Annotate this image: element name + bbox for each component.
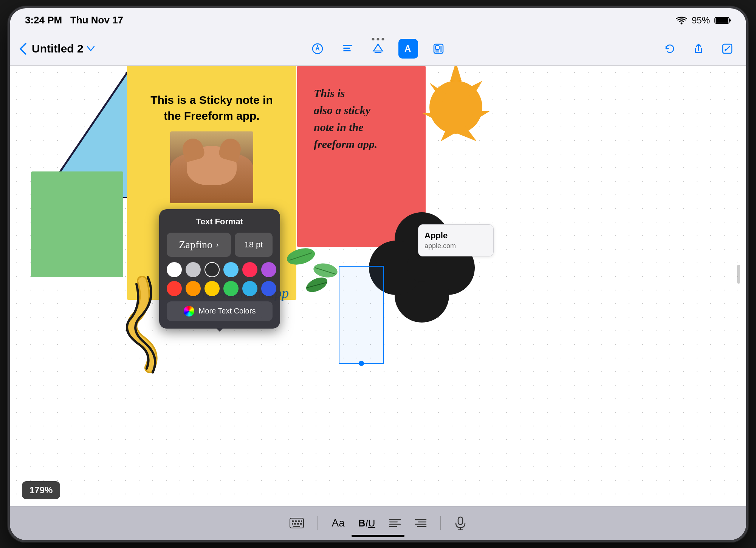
text-tool-button[interactable]: [338, 39, 358, 59]
edit-button[interactable]: [717, 39, 737, 59]
media-icon: [432, 43, 445, 55]
toolbar: Untitled 2: [10, 32, 746, 66]
svg-rect-37: [292, 520, 294, 522]
mic-icon: [454, 516, 466, 530]
color-dark[interactable]: [204, 262, 220, 277]
svg-rect-11: [435, 50, 439, 52]
svg-rect-7: [343, 50, 351, 51]
align-left-icon: [389, 518, 401, 528]
sticky-photo: [170, 131, 253, 203]
color-grid: [167, 262, 273, 296]
font-size-label: Aa: [332, 517, 344, 529]
wifi-icon: [676, 16, 687, 25]
text-format-tool-button[interactable]: A: [398, 39, 418, 59]
color-yellow[interactable]: [204, 281, 220, 296]
status-time: 3:24 PM Thu Nov 17: [25, 14, 123, 26]
align-right-button[interactable]: [415, 518, 427, 528]
pencil-tool-button[interactable]: [308, 39, 327, 59]
svg-rect-12: [440, 46, 442, 52]
shapes-tool-button[interactable]: [368, 39, 388, 59]
svg-rect-44: [300, 523, 302, 525]
leaf-1: [286, 247, 316, 267]
status-right: 95%: [676, 15, 731, 26]
more-colors-label: More Text Colors: [199, 307, 256, 315]
font-size-button[interactable]: 18 pt: [235, 233, 273, 257]
divider-2: [440, 516, 441, 530]
media-tool-button[interactable]: [429, 39, 448, 59]
status-bar: 3:24 PM Thu Nov 17 95%: [10, 8, 746, 32]
battery-level: 95%: [692, 15, 710, 26]
color-light-gray[interactable]: [186, 262, 201, 277]
font-chevron-icon: ›: [216, 240, 219, 249]
svg-rect-38: [295, 520, 297, 522]
color-red[interactable]: [167, 281, 182, 296]
battery-icon: [714, 16, 731, 25]
red-sticky-text: This isalso a stickynote in thefree­form…: [306, 77, 417, 160]
svg-rect-54: [458, 517, 463, 525]
svg-rect-3: [729, 19, 731, 22]
home-indicator: [352, 535, 404, 537]
color-purple[interactable]: [261, 262, 276, 277]
toolbar-center: A: [308, 39, 448, 59]
back-button[interactable]: [19, 42, 27, 56]
sun-element: [418, 66, 494, 156]
svg-line-14: [725, 46, 730, 51]
align-right-icon: [415, 518, 427, 528]
toolbar-right: [660, 39, 737, 59]
keyboard-icon: [290, 518, 304, 528]
share-button[interactable]: [689, 39, 708, 59]
color-indigo[interactable]: [261, 281, 276, 296]
selection-handle[interactable]: [359, 361, 364, 366]
color-blue[interactable]: [242, 281, 257, 296]
text-icon: [342, 43, 354, 55]
svg-rect-41: [292, 523, 293, 525]
svg-rect-40: [301, 520, 302, 522]
font-size-bar-button[interactable]: Aa: [332, 517, 344, 529]
text-format-title: Text Format: [167, 217, 273, 227]
color-green[interactable]: [223, 281, 239, 296]
color-pink[interactable]: [242, 262, 257, 277]
text-format-icon: A: [402, 43, 414, 55]
text-format-popup: Text Format Zapfino › 18 pt: [159, 209, 280, 329]
svg-rect-43: [297, 523, 299, 525]
text-format-font-row: Zapfino › 18 pt: [167, 233, 273, 257]
svg-point-0: [680, 22, 682, 24]
shapes-icon: [372, 43, 384, 55]
share-icon: [692, 43, 705, 55]
color-teal[interactable]: [223, 262, 239, 277]
more-colors-button[interactable]: More Text Colors: [167, 301, 273, 321]
canvas-area[interactable]: This is a Sticky note in the Freeform ap…: [10, 66, 746, 506]
history-icon: [664, 43, 676, 55]
color-white[interactable]: [167, 262, 182, 277]
green-rectangle: [31, 171, 123, 277]
right-scroll-indicator: [737, 265, 740, 284]
biu-label: BIU: [358, 517, 375, 529]
history-button[interactable]: [660, 39, 680, 59]
font-name-label: Zapfino: [179, 239, 212, 251]
svg-rect-10: [435, 46, 439, 49]
edit-icon: [721, 43, 733, 55]
svg-rect-45: [293, 526, 300, 527]
selection-box: [339, 266, 384, 364]
pencil-icon: [311, 43, 324, 55]
color-orange[interactable]: [186, 281, 201, 296]
svg-marker-18: [450, 66, 462, 81]
mic-button[interactable]: [454, 516, 466, 530]
title-chevron-icon: [87, 46, 95, 52]
svg-rect-6: [343, 48, 350, 49]
apple-link-card[interactable]: Apple apple.com: [418, 224, 494, 256]
keyboard-button[interactable]: [290, 518, 304, 528]
align-left-button[interactable]: [389, 518, 401, 528]
rainbow-icon: [184, 306, 194, 316]
svg-text:A: A: [404, 43, 411, 54]
font-picker-button[interactable]: Zapfino ›: [167, 233, 231, 257]
document-title[interactable]: Untitled 2: [32, 42, 95, 55]
svg-rect-5: [343, 45, 352, 46]
apple-card-title: Apple: [424, 231, 487, 241]
svg-rect-2: [716, 18, 728, 23]
bold-italic-underline-button[interactable]: BIU: [358, 517, 375, 529]
svg-rect-39: [298, 520, 300, 522]
back-chevron-icon: [19, 42, 27, 56]
leaf-3: [305, 277, 329, 294]
yellow-sticky-text: This is a Sticky note in the Freeform ap…: [138, 81, 285, 124]
